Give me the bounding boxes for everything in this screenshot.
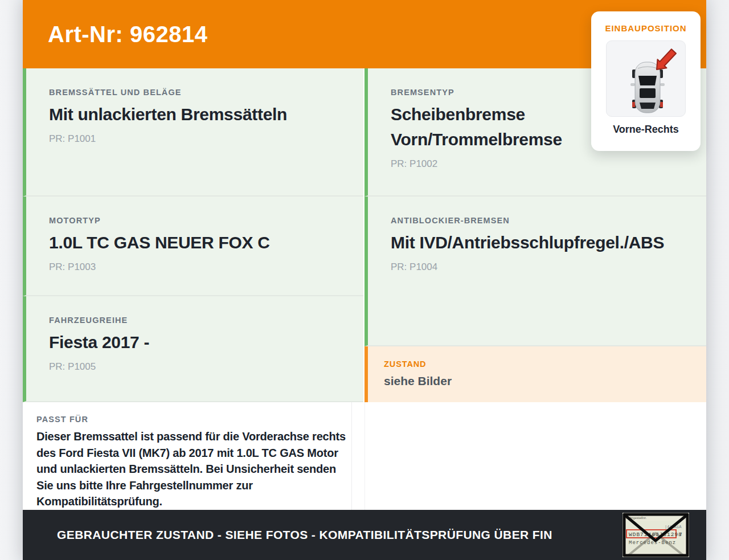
- spec-label: MOTORTYP: [49, 216, 342, 225]
- empty-area: [364, 402, 706, 510]
- spec-pr-code: PR: P1003: [49, 261, 342, 273]
- spec-label: BREMSSÄTTEL UND BELÄGE: [49, 88, 342, 97]
- left-column: BREMSSÄTTEL UND BELÄGE Mit unlackierten …: [23, 68, 363, 510]
- position-image-box: [606, 40, 686, 117]
- listing-page: Art-Nr: 962814 BREMSSÄTTEL UND BELÄGE Mi…: [23, 0, 706, 560]
- spec-pr-code: PR: P1001: [49, 133, 342, 145]
- spec-card-motortyp: MOTORTYP 1.0L TC GAS NEUER FOX C PR: P10…: [23, 197, 363, 296]
- spec-card-zustand: ZUSTAND siehe Bilder: [364, 346, 706, 402]
- spec-pr-code: PR: P1004: [391, 261, 685, 273]
- einbauposition-label: EINBAUPOSITION: [591, 23, 701, 33]
- einbauposition-card: EINBAUPOSITION: [591, 11, 701, 151]
- car-sunroof: [640, 88, 656, 98]
- vin-suffix: 7: [679, 532, 682, 538]
- spec-card-fahrzeugreihe: FAHRZEUGREIHE Fiesta 2017 - PR: P1005: [23, 296, 363, 402]
- spec-value: 1.0L TC GAS NEUER FOX C: [49, 230, 342, 255]
- einbauposition-value: Vorne-Rechts: [591, 124, 701, 136]
- page-title: Art-Nr: 962814: [48, 22, 207, 47]
- footer-bar: GEBRAUCHTER ZUSTAND - SIEHE FOTOS - KOMP…: [23, 510, 706, 560]
- fit-card: PASST FÜR Dieser Bremssattel ist passend…: [23, 402, 352, 510]
- spec-label: ANTIBLOCKIER-BREMSEN: [391, 216, 685, 225]
- spec-card-bremssaettel: BREMSSÄTTEL UND BELÄGE Mit unlackierten …: [23, 68, 363, 197]
- car-rear-window: [640, 103, 656, 109]
- position-arrow-icon: [657, 49, 676, 70]
- spec-value: Mit unlackierten Bremssätteln: [49, 102, 342, 127]
- spec-card-antiblockier: ANTIBLOCKIER-BREMSEN Mit IVD/Antriebssch…: [364, 197, 706, 346]
- registration-document-envelope-image: Fahrgestellnr. |4| AiA WDB71463J31298 7 …: [622, 513, 689, 557]
- fit-label: PASST FÜR: [36, 415, 347, 424]
- car-windshield: [638, 76, 657, 85]
- spec-pr-code: PR: P1005: [49, 361, 342, 373]
- footer-notice: GEBRAUCHTER ZUSTAND - SIEHE FOTOS - KOMP…: [57, 528, 552, 542]
- car-top-view-icon: [607, 41, 686, 117]
- spec-pr-code: PR: P1002: [391, 158, 685, 170]
- spec-value: siehe Bilder: [384, 373, 690, 389]
- spec-label: ZUSTAND: [384, 359, 690, 369]
- spec-label: FAHRZEUGREIHE: [49, 316, 342, 325]
- spec-value: Fiesta 2017 -: [49, 330, 342, 355]
- spec-value: Mit IVD/Antriebsschlupfregel./ABS: [391, 230, 685, 255]
- fit-description: Dieser Bremssattel ist passend für die V…: [36, 428, 347, 510]
